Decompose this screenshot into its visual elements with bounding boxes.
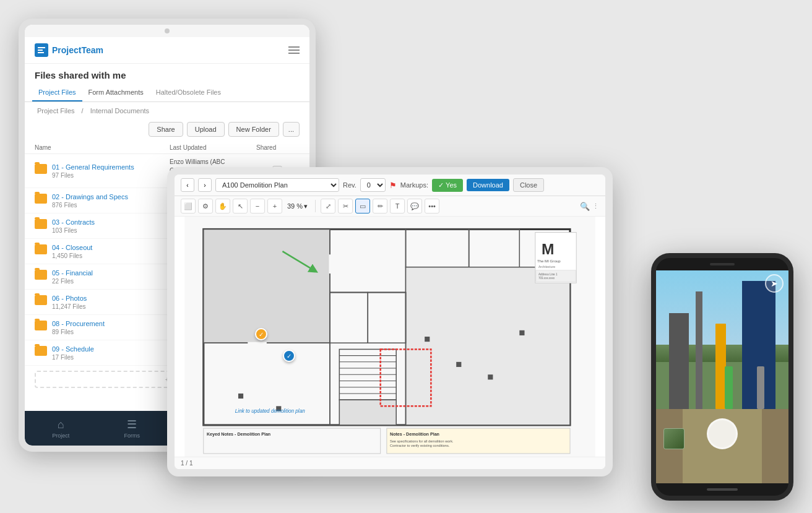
menu-button[interactable] [288, 46, 300, 54]
more-button[interactable]: ... [283, 122, 300, 137]
download-button[interactable]: Download [467, 179, 509, 191]
pointer-tool[interactable]: ↖ [233, 199, 248, 213]
new-folder-button[interactable]: New Folder [228, 122, 279, 137]
forms-icon: ☰ [127, 418, 137, 431]
rev-label: Rev. [343, 181, 356, 189]
phone-camera: ➤ [651, 253, 793, 501]
svg-rect-21 [339, 400, 396, 425]
expand-tool[interactable]: ⤢ [321, 199, 335, 213]
text-tool[interactable]: T [390, 199, 405, 213]
svg-rect-30 [456, 362, 461, 367]
folder-icon [35, 194, 47, 204]
crop-tool[interactable]: ✂ [338, 199, 353, 213]
blueprint-canvas[interactable]: M The MI Group Architecture Address Line… [175, 217, 605, 457]
more-tools[interactable]: ••• [425, 199, 439, 213]
tab-halted-files[interactable]: Halted/Obsolete Files [150, 84, 227, 101]
camera-shutter-button[interactable] [707, 418, 738, 449]
draw-tool[interactable]: ✏ [373, 199, 387, 213]
tablet-blueprint: ‹ › A100 Demolition Plan Rev. 0 ⚑ Markup… [167, 167, 613, 476]
svg-rect-0 [38, 47, 45, 48]
zoom-out-tool[interactable]: − [250, 199, 265, 213]
markups-yes-button[interactable]: ✓ Yes [432, 179, 463, 192]
svg-rect-31 [488, 374, 493, 379]
home-indicator[interactable] [707, 488, 738, 491]
svg-text:Contractor to verify existing : Contractor to verify existing conditions… [390, 444, 450, 447]
nav-forms-label: Forms [124, 433, 140, 439]
blueprint-tools: ⬜ ⚙ ✋ ↖ − + 39 % ▾ ⤢ ✂ ▭ ✏ T 💬 ••• 🔍 ⋮ [175, 196, 605, 217]
orange-marker[interactable]: ✓ [255, 328, 267, 340]
pan-tool[interactable]: ✋ [215, 199, 230, 213]
folder-icon [35, 321, 47, 330]
phone-home-bar [656, 483, 788, 496]
file-name[interactable]: 03 - Contracts [52, 218, 95, 227]
tab-form-attachments[interactable]: Form Attachments [82, 84, 150, 101]
plan-select[interactable]: A100 Demolition Plan [215, 178, 339, 192]
comment-tool[interactable]: 💬 [407, 199, 422, 213]
file-count: 103 Files [52, 227, 95, 234]
col-updated: Last Updated [170, 144, 256, 151]
files-tabs: Project Files Form Attachments Halted/Ob… [25, 84, 309, 102]
svg-text:Link to updated demolition pla: Link to updated demolition plan [235, 408, 305, 414]
checkmark-icon: ✓ [438, 181, 444, 189]
svg-text:See specifications for all dem: See specifications for all demolition wo… [390, 439, 454, 443]
svg-rect-27 [238, 394, 243, 399]
share-button[interactable]: Share [149, 122, 183, 137]
photo-view [656, 270, 788, 483]
blueprint-toolbar: ‹ › A100 Demolition Plan Rev. 0 ⚑ Markup… [175, 175, 605, 196]
tool-separator [315, 200, 316, 212]
more-options-icon[interactable]: ⋮ [592, 202, 599, 210]
svg-rect-2 [38, 52, 44, 53]
select-tool[interactable]: ⬜ [181, 199, 196, 213]
file-name[interactable]: 08 - Procurement [52, 319, 105, 329]
search-icon[interactable]: 🔍 [580, 202, 590, 211]
svg-rect-32 [519, 330, 524, 335]
blue-marker[interactable]: ✓ [283, 350, 295, 362]
camera-rotate-button[interactable]: ➤ [765, 274, 784, 293]
nav-project[interactable]: ⌂ Project [52, 418, 69, 439]
phone-speaker [656, 258, 788, 270]
col-shared: Shared [256, 144, 300, 151]
home-icon: ⌂ [58, 418, 64, 431]
tab-project-files[interactable]: Project Files [32, 84, 82, 101]
settings-tool[interactable]: ⚙ [198, 199, 213, 213]
upload-button[interactable]: Upload [187, 122, 225, 137]
breadcrumb-root[interactable]: Project Files [37, 107, 75, 114]
svg-rect-1 [38, 50, 43, 51]
prev-plan-button[interactable]: ‹ [181, 178, 194, 192]
svg-rect-37 [536, 270, 576, 282]
nav-forms[interactable]: ☰ Forms [124, 418, 140, 439]
svg-text:Address Line 1: Address Line 1 [538, 273, 558, 276]
svg-text:703.xxx.xxxx: 703.xxx.xxxx [538, 277, 555, 280]
file-name[interactable]: 05 - Financial [52, 269, 93, 278]
zoom-dropdown-icon[interactable]: ▾ [304, 202, 308, 210]
folder-icon [35, 164, 47, 174]
svg-text:The MI Group: The MI Group [537, 259, 561, 263]
svg-text:Architecture: Architecture [538, 265, 555, 269]
highlight-tool[interactable]: ▭ [355, 199, 370, 213]
camera-thumbnail[interactable] [663, 428, 685, 449]
folder-icon [35, 270, 47, 280]
file-name[interactable]: 01 - General Requirements [52, 163, 134, 172]
file-name[interactable]: 02 - Drawings and Specs [52, 192, 128, 202]
table-header: Name Last Updated Shared [25, 142, 309, 154]
close-button[interactable]: Close [513, 178, 544, 192]
file-count: 876 Files [52, 202, 128, 209]
file-name[interactable]: 06 - Photos [52, 294, 87, 303]
folder-icon [35, 346, 47, 356]
photo-structure-1 [669, 313, 689, 409]
photo-structure-2 [696, 291, 702, 408]
blueprint-footer: 1 / 1 [175, 457, 605, 469]
svg-rect-29 [425, 337, 430, 342]
breadcrumb-current: Internal Documents [90, 107, 149, 114]
rev-select[interactable]: 0 [360, 178, 386, 192]
app-logo: ProjectTeam [35, 43, 103, 57]
markups-label: Markups: [400, 181, 428, 189]
rotate-icon: ➤ [771, 278, 778, 288]
file-name[interactable]: 04 - Closeout [52, 243, 92, 252]
file-count: 89 Files [52, 329, 105, 335]
zoom-in-tool[interactable]: + [267, 199, 282, 213]
svg-text:Notes - Demolition Plan: Notes - Demolition Plan [390, 432, 439, 437]
next-plan-button[interactable]: › [198, 178, 212, 192]
folder-icon [35, 295, 47, 305]
file-name[interactable]: 09 - Schedule [52, 345, 94, 354]
